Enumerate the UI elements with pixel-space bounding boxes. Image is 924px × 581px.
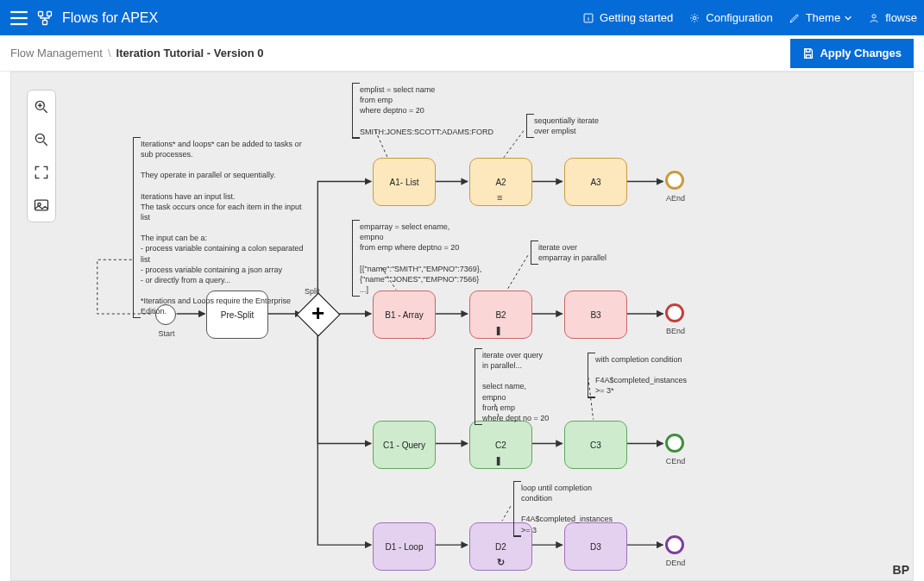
end-event-label: DEnd (658, 559, 693, 567)
text-annotation-c-cond[interactable]: with completion condition F4A$completed_… (588, 353, 700, 398)
end-event-c[interactable] (665, 434, 684, 453)
task-a1[interactable]: A1- List (373, 158, 436, 206)
svg-rect-5 (43, 20, 47, 24)
task-label: A3 (590, 178, 600, 187)
end-event-label: CEnd (658, 457, 693, 465)
text-annotation-d-loop[interactable]: loop until completion condition F4A$comp… (513, 481, 625, 537)
text-annotation-c-query[interactable]: iterate over query in parallel... select… (475, 348, 555, 425)
page-title: Iteration Tutorial - Version 0 (116, 47, 264, 59)
text-annotation-main[interactable]: Iterations* and loops* can be added to t… (133, 137, 310, 318)
task-label: A2 (495, 178, 506, 187)
text-annotation-b-par[interactable]: iterate over emparray in parallel (531, 241, 613, 265)
task-label: C1 - Query (383, 440, 425, 450)
breadcrumb-root[interactable]: Flow Management (10, 47, 103, 59)
breadcrumb-bar: Flow Management \ Iteration Tutorial - V… (0, 35, 924, 72)
task-b2[interactable]: B2 (469, 290, 532, 339)
task-label: D2 (495, 542, 506, 552)
task-label: C2 (495, 440, 506, 450)
nav-label: Theme (806, 11, 840, 24)
start-event-label: Start (149, 329, 184, 338)
parallel-multi-instance-icon: ||| (496, 455, 499, 465)
svg-rect-3 (39, 11, 43, 16)
app-title: Flows for APEX (62, 10, 158, 26)
end-event-label: BEnd (658, 327, 693, 335)
task-b3[interactable]: B3 (564, 290, 627, 339)
svg-point-10 (872, 14, 876, 17)
task-label: A1- List (390, 178, 419, 187)
task-c1[interactable]: C1 - Query (373, 421, 436, 469)
breadcrumb-sep: \ (108, 47, 111, 59)
sequential-multi-instance-icon: ≡ (497, 192, 502, 203)
end-event-a[interactable] (665, 171, 684, 190)
end-event-d[interactable] (665, 535, 684, 554)
nav-user[interactable]: flowse (868, 11, 917, 24)
nav-label: flowse (885, 11, 917, 24)
nav-label: Configuration (706, 11, 772, 24)
end-event-b[interactable] (665, 303, 684, 322)
svg-point-9 (694, 16, 697, 20)
bpmn-io-logo: BP (893, 563, 909, 577)
task-label: B2 (495, 310, 506, 320)
task-a3[interactable]: A3 (564, 158, 627, 206)
text-annotation-a-seq[interactable]: sequentially iterate over emplist (526, 114, 613, 138)
app-header: Flows for APEX Getting started Configura… (0, 0, 924, 35)
svg-rect-4 (47, 11, 52, 16)
text-annotation-b-array[interactable]: emparray = select ename, empno from emp … (352, 220, 477, 297)
apply-changes-button[interactable]: Apply Changes (790, 39, 914, 68)
app-logo-icon (36, 9, 53, 27)
text-annotation-a-list[interactable]: emplist = select name from emp where dep… (352, 83, 494, 139)
hamburger-button[interactable] (7, 6, 31, 30)
task-label: D1 - Loop (386, 542, 424, 552)
parallel-multi-instance-icon: ||| (496, 325, 499, 335)
apply-changes-label: Apply Changes (820, 47, 902, 59)
task-b1[interactable]: B1 - Array (373, 290, 436, 339)
nav-getting-started[interactable]: Getting started (582, 11, 673, 24)
bpmn-canvas[interactable]: Start Pre-Split + Split A1- List A2 ≡ A3… (10, 72, 914, 581)
task-d1[interactable]: D1 - Loop (373, 522, 436, 571)
loop-icon: ↻ (497, 557, 505, 568)
task-label: C3 (590, 440, 601, 450)
nav-configuration[interactable]: Configuration (688, 11, 772, 24)
task-c2[interactable]: C2 (469, 421, 532, 469)
task-label: B1 - Array (385, 310, 423, 320)
task-label: D3 (590, 542, 601, 552)
chevron-down-icon (844, 14, 852, 22)
nav-label: Getting started (600, 11, 673, 24)
nav-theme[interactable]: Theme (789, 11, 852, 24)
task-label: B3 (590, 310, 600, 320)
task-c3[interactable]: C3 (564, 421, 627, 469)
end-event-label: AEnd (658, 194, 693, 203)
